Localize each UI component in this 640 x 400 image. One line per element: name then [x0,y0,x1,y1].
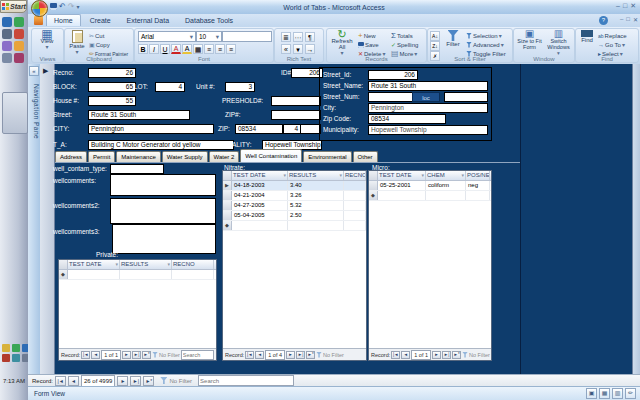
preshold-field[interactable] [271,96,321,106]
nitrate-datasheet[interactable]: TEST DATE▾ RESULTS▾ RECNO ▶ 04-18-20033.… [222,170,367,361]
office-button[interactable] [31,0,48,17]
zip-extra-field[interactable] [300,124,321,134]
wellcomments2-field[interactable] [110,198,216,224]
table-row[interactable]: 04-27-20055.32 [223,201,366,211]
tray-icon[interactable] [12,354,20,362]
new-record-button[interactable]: ►* [142,351,151,359]
prev-record-button[interactable]: ◄ [255,351,264,359]
tab-database-tools[interactable]: Database Tools [178,15,240,26]
sort-dropdown-icon[interactable]: ▾ [421,171,424,180]
new-record-button[interactable]: ►* [452,351,461,359]
wellcomments-field[interactable] [110,174,216,196]
copy-button[interactable]: ▣Copy [89,40,110,49]
sbox-municipality-field[interactable]: Hopewell Township [368,125,488,135]
direction-icon[interactable]: → [305,44,315,54]
no-filter-icon[interactable] [462,352,468,358]
street-id-field[interactable]: 206 [368,70,418,80]
running-app-button[interactable] [2,92,28,134]
street-num2-field[interactable] [444,92,488,102]
bullets-icon[interactable]: ≣ [281,32,291,42]
no-filter-label[interactable]: No Filter [323,352,344,358]
sort-dropdown-icon[interactable]: ▾ [283,171,286,180]
indent-left-icon[interactable]: « [281,44,291,54]
size-to-fit-button[interactable]: ▣ Size to Fit Form [516,30,543,50]
column-header[interactable]: RECNO [344,171,366,180]
new-record-button[interactable]: +New [358,31,376,40]
zip4-field[interactable]: 4 [283,124,301,134]
child-restore-button[interactable]: □ [626,16,630,23]
sort-descending-button[interactable]: Z↓ [430,41,440,51]
switch-windows-button[interactable]: ▥ Switch Windows▾ [545,30,572,56]
column-header[interactable]: TEST DATE▾ [68,260,120,269]
form-view-button[interactable]: ▣ [586,388,597,399]
replace-button[interactable]: abReplace [598,31,627,40]
last-record-button[interactable]: ►| [442,351,451,359]
child-minimize-button[interactable]: – [620,16,623,23]
first-record-button[interactable]: |◄ [391,351,400,359]
last-record-button[interactable]: ►| [296,351,305,359]
save-record-button[interactable]: Save [358,40,379,49]
quicklaunch-icon[interactable] [2,17,12,27]
font-color-button[interactable]: A [171,44,181,54]
find-button[interactable]: Find [578,30,596,43]
font-name-combo[interactable]: Arial▾ [138,31,196,42]
redo-icon[interactable]: ↷ [68,2,75,11]
column-header[interactable]: POS/NEG [466,171,490,180]
indent-right-icon[interactable]: ▾ [293,44,303,54]
minimize-button[interactable]: – [616,2,620,10]
goto-button[interactable]: →Go To▾ [598,40,625,49]
tab-external-data[interactable]: External Data [120,15,176,26]
filter-button[interactable]: Filter [443,30,463,47]
fill-color-button[interactable]: A [182,44,192,54]
spelling-button[interactable]: ✓Spelling [391,40,418,49]
italic-button[interactable]: I [149,44,159,54]
no-filter-label[interactable]: No Filter [159,352,180,358]
quicklaunch-icon[interactable] [14,53,24,63]
sort-dropdown-icon[interactable]: ▾ [461,171,464,180]
loc-button[interactable]: loc [412,92,440,102]
qat-dropdown-icon[interactable]: ▾ [76,3,79,10]
new-record-row[interactable]: ◆ [223,221,366,231]
numbering-icon[interactable]: ⋯ [293,32,303,42]
tray-icon[interactable] [12,344,20,352]
save-icon[interactable] [50,3,57,10]
quicklaunch-icon[interactable] [14,29,24,39]
zipnum-field[interactable] [271,110,321,120]
next-record-button[interactable]: ► [122,351,131,359]
quicklaunch-icon[interactable] [2,29,12,39]
new-record-row[interactable]: ◆ [369,191,491,201]
undo-icon[interactable]: ↶ [59,2,66,11]
last-record-button[interactable]: ►| [132,351,141,359]
table-row[interactable]: 05-25-2001coliformneg [369,181,491,191]
advanced-button[interactable]: Advanced▾ [466,40,504,49]
layout-view-button[interactable]: ▥ [612,388,623,399]
zip-field[interactable]: 08534 [235,124,283,134]
bold-button[interactable]: B [138,44,148,54]
new-record-button[interactable]: ►* [143,376,154,386]
last-record-button[interactable]: ►| [130,376,141,386]
refresh-all-button[interactable]: ↻ Refresh All▾ [329,30,355,56]
street-field[interactable]: Route 31 South [88,110,190,120]
cut-button[interactable]: ✂Cut [89,31,104,40]
design-view-button[interactable]: ✏ [625,388,636,399]
prev-record-button[interactable]: ◄ [401,351,410,359]
table-row[interactable]: 04-21-20043.26 [223,191,366,201]
navigation-pane-open-icon[interactable]: « [29,66,39,76]
quicklaunch-icon[interactable] [2,53,12,63]
sort-dropdown-icon[interactable]: ▾ [115,260,118,269]
column-header[interactable]: TEST DATE▾ [232,171,288,180]
align-right-button[interactable]: ≡ [226,44,236,54]
block-field[interactable]: 65 [88,82,136,92]
next-record-button[interactable]: ► [432,351,441,359]
align-left-button[interactable]: ≡ [204,44,214,54]
font-size-combo[interactable]: 10▾ [196,31,222,42]
sheet-search-input[interactable] [181,350,214,360]
view-button[interactable]: ▦ View▾ [36,30,58,50]
totals-button[interactable]: ΣTotals [391,31,413,40]
new-record-row[interactable]: ◆ [59,270,216,280]
table-row[interactable]: ▶ 04-18-20033.40 [223,181,366,191]
well-contam-type-field[interactable] [110,164,164,174]
sort-ascending-button[interactable]: A↓ [430,31,440,41]
quicklaunch-icon[interactable] [2,41,12,51]
sort-dropdown-icon[interactable]: ▾ [339,171,342,180]
